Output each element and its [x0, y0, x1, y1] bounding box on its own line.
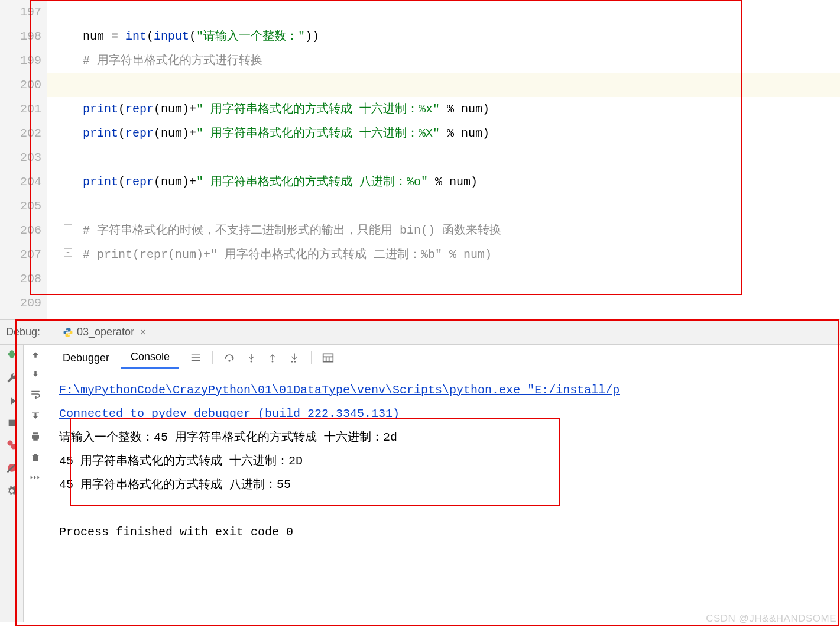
mute-breakpoints-icon[interactable] [6, 462, 18, 474]
line-number: 202 [0, 121, 41, 146]
debug-label: Debug: [6, 326, 40, 338]
debug-left-toolbar [0, 345, 24, 622]
debug-session-tab[interactable]: 03_operator × [58, 326, 150, 338]
line-number: 201 [0, 97, 41, 121]
line-gutter: 197 198 199 200 201 202 203 204 205 206 … [0, 0, 47, 319]
output-line: 45 用字符串格式化的方式转成 十六进制：2D [59, 450, 840, 473]
line-number: 199 [0, 49, 41, 73]
output-line: Connected to pydev debugger (build 222.3… [59, 402, 840, 426]
code-line[interactable]: num = int(input("请输入一个整数：")) [83, 24, 840, 49]
scroll-end-icon[interactable] [30, 410, 41, 421]
output-line: F:\myPythonCode\CrazyPython\01\01DataTyp… [59, 379, 840, 402]
code-line[interactable]: print(repr(num)+" 用字符串格式化的方式转成 十六进制：%x" … [83, 97, 840, 121]
svg-rect-7 [323, 354, 333, 361]
svg-rect-0 [8, 420, 15, 426]
down-arrow-icon[interactable] [31, 370, 40, 378]
console-panel: Debugger Console F:\myPythonCode\CrazyPy… [47, 345, 840, 622]
watermark: CSDN @JH&&HANDSOME [706, 613, 836, 625]
code-line[interactable]: print(repr(num)+" 用字符串格式化的方式转成 十六进制：%X" … [83, 121, 840, 146]
stop-icon[interactable] [7, 418, 17, 428]
output-line: 45 用字符串格式化的方式转成 八进制：55 [59, 473, 840, 497]
breakpoints-icon[interactable] [7, 439, 17, 450]
line-number: 207 [0, 243, 41, 267]
code-area[interactable]: num = int(input("请输入一个整数：")) # 用字符串格式化的方… [47, 0, 840, 319]
line-number: 206 [0, 218, 41, 243]
line-number: 209 [0, 291, 41, 315]
console-nav-toolbar [24, 345, 47, 622]
line-number: 203 [0, 146, 41, 170]
line-number: 208 [0, 267, 41, 291]
code-line-current[interactable] [47, 73, 840, 97]
line-number: 205 [0, 194, 41, 218]
code-line[interactable] [83, 267, 840, 291]
tab-console[interactable]: Console [121, 347, 179, 369]
trash-icon[interactable] [31, 453, 40, 463]
tab-debugger[interactable]: Debugger [53, 348, 119, 368]
separator [311, 351, 312, 364]
separator [212, 351, 213, 364]
settings-icon[interactable] [7, 486, 17, 496]
code-line[interactable] [83, 194, 840, 218]
debug-tab-label: 03_operator [77, 326, 134, 338]
evaluate-icon[interactable] [322, 353, 334, 363]
code-line[interactable] [83, 146, 840, 170]
output-line [59, 497, 840, 521]
step-into-icon[interactable] [246, 352, 257, 364]
code-line[interactable]: print(repr(num)+" 用字符串格式化的方式转成 八进制：%o" %… [83, 170, 840, 194]
close-icon[interactable]: × [140, 327, 145, 338]
code-line[interactable]: –# 字符串格式化的时候，不支持二进制形式的输出，只能用 bin() 函数来转换 [83, 218, 840, 243]
step-out-icon[interactable] [267, 352, 278, 364]
debug-panel: Debugger Console F:\myPythonCode\CrazyPy… [0, 344, 840, 622]
up-arrow-icon[interactable] [31, 351, 40, 359]
debug-tabs: Debugger Console [47, 345, 840, 371]
line-number: 200 [0, 73, 41, 97]
run-to-cursor-icon[interactable] [288, 352, 300, 364]
code-line[interactable]: # 用字符串格式化的方式进行转换 [83, 49, 840, 73]
debug-toolwindow-header: Debug: 03_operator × [0, 319, 840, 344]
more-icon[interactable] [30, 474, 41, 481]
svg-point-4 [228, 360, 230, 361]
bug-icon[interactable] [6, 348, 18, 360]
output-line: 请输入一个整数：45 用字符串格式化的方式转成 十六进制：2d [59, 426, 840, 450]
fold-icon[interactable]: – [64, 224, 72, 232]
python-icon [63, 327, 73, 338]
resume-icon[interactable] [7, 396, 17, 406]
fold-icon[interactable]: – [64, 248, 72, 257]
line-number: 198 [0, 24, 41, 49]
soft-wrap-icon[interactable] [30, 389, 41, 399]
code-editor[interactable]: 197 198 199 200 201 202 203 204 205 206 … [0, 0, 840, 319]
line-number: 204 [0, 170, 41, 194]
step-over-icon[interactable] [223, 352, 235, 364]
threads-icon[interactable] [190, 353, 202, 363]
svg-point-5 [251, 361, 252, 363]
console-output[interactable]: F:\myPythonCode\CrazyPython\01\01DataTyp… [47, 371, 840, 622]
wrench-icon[interactable] [6, 372, 18, 384]
line-number: 197 [0, 0, 41, 24]
output-line: Process finished with exit code 0 [59, 521, 840, 544]
code-line[interactable]: –# print(repr(num)+" 用字符串格式化的方式转成 二进制：%b… [83, 243, 840, 267]
console-toolbar [190, 351, 334, 364]
svg-point-6 [272, 361, 274, 363]
code-line[interactable] [83, 0, 840, 24]
print-icon[interactable] [30, 431, 41, 442]
svg-point-2 [11, 444, 16, 450]
